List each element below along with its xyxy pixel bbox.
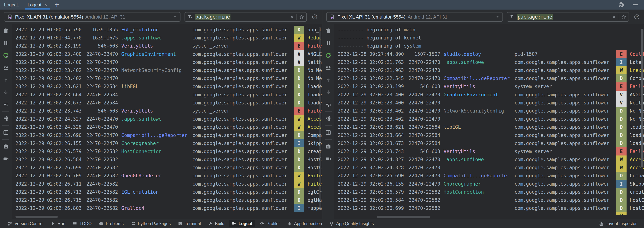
scroll-to-end-button[interactable] [324,64,332,71]
statusbar-item-logcat[interactable]: Logcat [229,220,255,227]
log-row[interactable]: 2022-12-29 02:02:23.62122470-22584libEGL… [12,82,322,90]
log-row[interactable]: 2022-12-29 02:02:26.58422470-22582com.go… [334,196,644,204]
statusbar-item-todo[interactable]: TODO [70,220,94,227]
help-icon[interactable]: ? [311,14,318,20]
restart-logcat-button[interactable] [2,52,10,59]
log-row[interactable]: 2022-12-29 02:02:24.32722470-22470.apps.… [12,115,322,123]
clear-logcat-button[interactable] [2,27,10,34]
log-row[interactable]: 2022-12-29 02:02:22.54522470-22470Compat… [334,74,644,82]
log-row[interactable]: 2022-12-29 02:02:26.71122470-22582com.go… [12,180,322,188]
log-row[interactable]: 2022-12-29 02:02:26.57922470-22582HostCo… [12,147,322,156]
filter-funnel-icon[interactable] [510,14,515,20]
log-row[interactable]: 2022-12-29 02:02:26.70922470-22582OpenGL… [12,172,322,180]
vertical-scrollbar-thumb[interactable] [319,27,321,210]
log-row[interactable]: 2022-12-29 02:02:24.32822470-22470com.go… [334,164,644,172]
next-occurrence-button[interactable] [324,89,332,96]
device-selector[interactable]: Pixel XL API 31 (emulator-5554) Android … [4,12,180,22]
statusbar-item-profiler[interactable]: Profiler [257,220,282,227]
log-row[interactable]: 2022-12-29 02:02:23.67322470-22584com.go… [12,99,322,107]
log-row[interactable]: 2022-12-29 02:02:23.743546-603VerityUtil… [12,107,322,115]
statusbar-item-terminal[interactable]: Terminal [175,220,204,227]
split-panels-button[interactable] [2,129,10,136]
favorite-star-icon[interactable] [621,14,626,19]
log-row[interactable]: 2022-12-29 01:01:04.7701639-1675.apps.su… [12,34,322,42]
log-row[interactable]: 2022-12-29 02:02:24.32722470-22470.apps.… [334,156,644,164]
logcat-formatting-options-button[interactable] [324,115,332,122]
log-row[interactable]: 2022-12-29 02:02:23.40222470-22470Networ… [12,66,322,74]
log-row[interactable]: 2022-12-29 02:02:21.96322470-22470com.go… [334,66,644,74]
log-row[interactable]: 2022-12-29 02:02:23.40022470-22470Graphi… [12,50,322,58]
log-row[interactable]: 2022-12-29 02:02:23.199546-603VerityUtil… [12,42,322,50]
statusbar-item-python-packages[interactable]: Python Packages [128,220,173,227]
clear-filter-icon[interactable] [290,14,294,19]
close-tab-icon[interactable]: × [44,2,47,7]
log-row[interactable]: 2022-12-29 02:02:23.40222470-22470com.go… [334,115,644,123]
filter-funnel-icon[interactable] [187,14,192,20]
log-row[interactable]: 2022-12-29 02:02:26.58422470-22582com.go… [12,156,322,164]
filter-input[interactable]: package:mine [184,12,307,22]
log-row[interactable]: 2022-12-29 02:02:23.40022470-22470Graphi… [334,91,644,99]
log-row[interactable]: 2022-12-29 02:02:26.71322470-22582EGL_em… [12,188,322,196]
clear-filter-icon[interactable] [612,14,616,19]
previous-occurrence-button[interactable] [324,76,332,84]
screen-record-icon [3,156,9,162]
screen-record-button[interactable] [324,155,332,163]
pause-logcat-button[interactable] [324,39,332,47]
pause-logcat-button[interactable] [2,39,10,47]
filter-input[interactable]: package:mine [507,12,629,22]
log-row[interactable]: 2022-12-29 02:02:23.40222470-22470Networ… [334,107,644,115]
statusbar-item-layout-inspector[interactable]: Layout Inspector [596,220,639,227]
log-row[interactable]: 2022-12-29 02:02:26.69922470-22582com.go… [12,164,322,172]
statusbar-item-app-quality-insights[interactable]: App Quality Insights [326,220,376,227]
tab-logcat[interactable]: Logcat × [25,0,50,9]
log-row[interactable]: 2022-12-29 02:02:23.199546-603VerityUtil… [334,82,644,90]
previous-occurrence-button[interactable] [2,76,10,84]
split-panels-button[interactable] [324,129,332,136]
log-row[interactable]: 2022-12-29 02:02:26.57922470-22582HostCo… [334,188,644,196]
statusbar-item-build[interactable]: Build [205,220,227,227]
screenshot-button[interactable] [324,143,332,150]
favorite-star-icon[interactable] [299,14,304,19]
clear-logcat-button[interactable] [324,27,332,34]
log-row[interactable]: 2022-12-29 02:02:23.743546-603VerityUtil… [334,147,644,156]
statusbar-item-app-inspection[interactable]: App Inspection [284,220,324,227]
help-icon[interactable]: ? [633,14,641,20]
log-row[interactable]: W [334,212,644,215]
log-row[interactable]: 2022-12-29 02:02:21.76322470-22470.apps.… [334,58,644,66]
soft-wrap-button[interactable] [2,101,10,108]
log-row[interactable]: 2022-12-29 02:02:25.69022470-22470Compat… [12,131,322,139]
log-row[interactable]: 2022-12-29 02:02:23.40022470-22470com.go… [12,58,322,66]
log-row[interactable]: 2022-12-29 02:02:24.32822470-22470com.go… [12,123,322,131]
log-row[interactable]: 2022-12-29 02:02:23.40222470-22470com.go… [12,74,322,82]
horizontal-scrollbar-thumb[interactable] [16,216,58,218]
next-occurrence-button[interactable] [2,89,10,96]
minimize-icon[interactable] [632,4,638,5]
screenshot-button[interactable] [2,143,10,150]
horizontal-scrollbar-thumb[interactable] [377,216,430,218]
log-row[interactable]: 2022-12-29 02:02:25.69022470-22470Compat… [334,172,644,180]
vertical-scrollbar-thumb[interactable] [641,29,644,167]
statusbar-item-version-control[interactable]: Version Control [5,220,46,227]
log-row[interactable]: 2022-12-28 09:27:44.8901507-1507studio.d… [334,50,644,58]
scroll-to-end-button[interactable] [2,64,10,71]
add-tab-button[interactable]: + [55,1,59,8]
log-row[interactable]: 2022-12-29 01:00:55.7901639-1855EGL_emul… [12,26,322,34]
log-row[interactable]: 2022-12-29 02:02:23.67322470-22584com.go… [334,139,644,147]
settings-gear-icon[interactable] [618,1,624,8]
log-row[interactable]: 2022-12-29 02:02:26.69922470-22582com.go… [334,204,644,212]
screen-record-button[interactable] [2,155,10,163]
logcat-formatting-options-button[interactable] [2,115,10,122]
log-row[interactable]: 2022-12-29 02:02:26.15522470-22470Choreo… [334,180,644,188]
log-row[interactable]: 2022-12-29 02:02:23.40022470-22470com.go… [334,99,644,107]
log-row[interactable]: 2022-12-29 02:02:23.66422470-22584com.go… [12,91,322,99]
statusbar-item-run[interactable]: Run [48,220,68,227]
log-row[interactable]: 2022-12-29 02:02:23.62122470-22584libEGL… [334,123,644,131]
log-row[interactable]: 2022-12-29 02:02:23.66422470-22584com.go… [334,131,644,139]
soft-wrap-button[interactable] [324,101,332,108]
log-row[interactable]: 2022-12-29 02:02:26.15522470-22470Choreo… [12,139,322,147]
log-row[interactable]: 2022-12-29 02:02:26.80322470-22582Grallo… [12,204,322,212]
device-selector[interactable]: Pixel XL API 31 (emulator-5554) Android … [326,12,503,22]
statusbar-item-problems[interactable]: Problems [96,220,126,227]
log-row[interactable]: 2022-12-29 02:02:26.71522470-22582com.go… [12,196,322,204]
restart-logcat-button[interactable] [324,52,332,59]
